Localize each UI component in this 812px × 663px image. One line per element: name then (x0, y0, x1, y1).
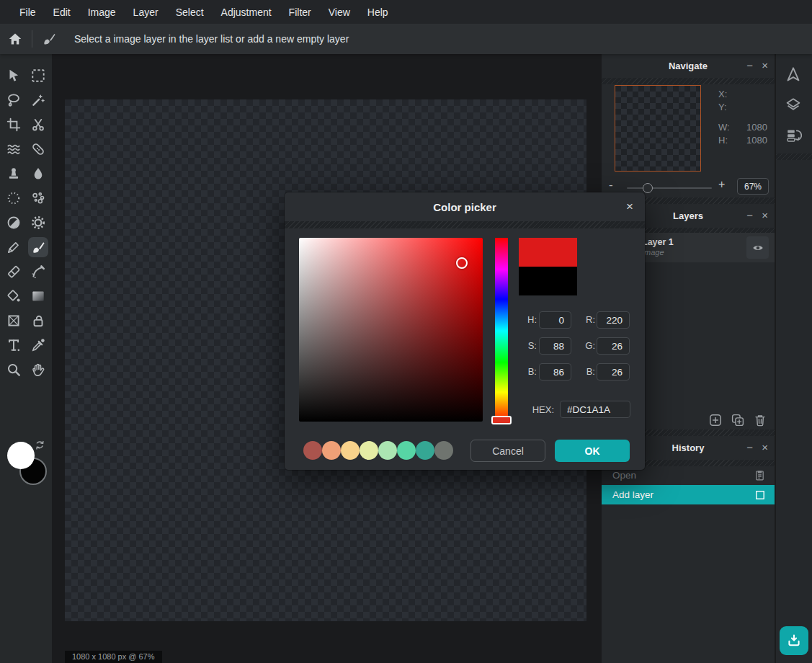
preset-color-swatch[interactable] (378, 441, 397, 460)
minimize-icon[interactable]: − (746, 441, 753, 454)
red-input[interactable] (597, 311, 630, 329)
lasso-tool-button[interactable] (4, 90, 24, 110)
frame-tool-button[interactable] (4, 311, 24, 331)
zoom-out-button[interactable]: - (609, 178, 613, 192)
menu-item-adjustment[interactable]: Adjustment (221, 6, 272, 18)
hex-input[interactable] (560, 401, 630, 418)
navigate-panel-header[interactable]: Navigate − × (602, 54, 775, 78)
lock-tool-button[interactable] (28, 311, 48, 331)
menu-item-image[interactable]: Image (88, 6, 116, 18)
hue-input[interactable] (539, 311, 571, 329)
minimize-icon[interactable]: − (746, 209, 753, 222)
download-button[interactable] (780, 626, 808, 655)
liquify-tool-button[interactable] (4, 139, 24, 159)
preset-color-swatch[interactable] (322, 441, 341, 460)
preset-color-swatch[interactable] (434, 441, 453, 460)
pixelate-tool-button[interactable] (4, 188, 24, 208)
saturation-brightness-field[interactable] (299, 238, 483, 422)
text-icon (6, 337, 22, 353)
color-field-cursor[interactable] (456, 257, 468, 269)
close-icon[interactable]: × (762, 59, 768, 72)
cursor-arrow-icon (6, 68, 22, 84)
cancel-button[interactable]: Cancel (470, 440, 545, 462)
eyedropper-tool-button[interactable] (28, 335, 48, 355)
close-icon[interactable]: × (626, 200, 633, 214)
preset-color-swatch[interactable] (303, 441, 322, 460)
menu-item-layer[interactable]: Layer (133, 6, 159, 18)
preset-color-swatch[interactable] (416, 441, 434, 460)
home-button[interactable] (3, 27, 27, 51)
menu-item-view[interactable]: View (329, 6, 350, 18)
pen-tool-button[interactable] (4, 237, 24, 257)
eraser-tool-button[interactable] (4, 262, 24, 282)
menu-item-select[interactable]: Select (176, 6, 204, 18)
navigate-h-row: H: 1080 (718, 135, 767, 146)
history-item-add-layer[interactable]: Add layer (602, 485, 775, 504)
zoom-slider-handle[interactable] (643, 183, 653, 193)
tone-tool-button[interactable] (4, 213, 24, 233)
arrange-tool-button[interactable] (4, 66, 24, 86)
color-swatch-widget (0, 435, 52, 493)
clone-stamp-tool-button[interactable] (4, 164, 24, 184)
menu-item-filter[interactable]: Filter (289, 6, 311, 18)
hue-slider[interactable] (495, 238, 508, 424)
swap-colors-icon[interactable] (33, 439, 46, 452)
hue-slider-handle[interactable] (491, 416, 512, 424)
blur-tool-button[interactable] (28, 164, 48, 184)
eraser-icon (6, 264, 22, 280)
marquee-select-tool-button[interactable] (28, 66, 48, 86)
crop-tool-button[interactable] (4, 115, 24, 135)
dotted-circle-icon (6, 190, 22, 206)
minimize-icon[interactable]: − (746, 59, 753, 72)
navigate-thumbnail[interactable] (615, 85, 701, 172)
heal-tool-button[interactable] (28, 139, 48, 159)
toggle-history-panel-button[interactable] (784, 126, 803, 145)
zoom-in-button[interactable]: + (718, 178, 725, 191)
ok-button[interactable]: OK (555, 440, 630, 462)
green-input[interactable] (597, 337, 630, 355)
noise-tool-button[interactable] (28, 188, 48, 208)
cutout-tool-button[interactable] (28, 115, 48, 135)
layer-visibility-toggle[interactable] (746, 236, 769, 259)
brush-icon (41, 31, 57, 47)
close-icon[interactable]: × (762, 209, 768, 222)
gradient-tool-button[interactable] (28, 286, 48, 306)
smudge-tool-button[interactable] (28, 262, 48, 282)
menu-item-help[interactable]: Help (367, 6, 388, 18)
dialog-header[interactable]: Color picker × (285, 192, 645, 221)
canvas-status-chip: 1080 x 1080 px @ 67% (65, 651, 162, 663)
tool-strip (0, 54, 52, 663)
hand-tool-button[interactable] (28, 360, 48, 380)
panel-header-stripes (602, 78, 775, 84)
duplicate-layer-button[interactable] (730, 412, 746, 428)
w-value: 1080 (736, 122, 767, 133)
foreground-color-swatch[interactable] (7, 442, 35, 469)
close-icon[interactable]: × (762, 441, 768, 454)
add-layer-button[interactable] (708, 412, 723, 428)
panel-toggle-strip (775, 54, 812, 663)
saturation-input[interactable] (539, 337, 571, 355)
preset-color-swatch[interactable] (360, 441, 378, 460)
sharpen-tool-button[interactable] (28, 213, 48, 233)
zoom-percent-input[interactable] (737, 178, 769, 195)
zoom-tool-button[interactable] (4, 360, 24, 380)
menu-item-edit[interactable]: Edit (53, 6, 71, 18)
half-circle-icon (6, 215, 22, 231)
preset-color-swatch[interactable] (397, 441, 416, 460)
menu-item-file[interactable]: File (19, 6, 36, 18)
toggle-navigate-panel-button[interactable] (784, 65, 803, 84)
preset-color-swatch[interactable] (341, 441, 360, 460)
active-tool-button[interactable] (37, 27, 61, 51)
blue-input[interactable] (597, 363, 630, 381)
brightness-input[interactable] (539, 363, 571, 381)
wand-tool-button[interactable] (28, 90, 48, 110)
brush-tool-button-selected[interactable] (28, 237, 48, 257)
fill-tool-button[interactable] (4, 286, 24, 306)
delete-layer-button[interactable] (752, 412, 768, 428)
h-label: H: (718, 135, 736, 146)
zoom-slider-track[interactable] (627, 187, 712, 189)
text-tool-button[interactable] (4, 335, 24, 355)
hex-label: HEX: (528, 401, 554, 419)
hue-label: H: (518, 311, 537, 329)
toggle-layers-panel-button[interactable] (784, 95, 803, 114)
